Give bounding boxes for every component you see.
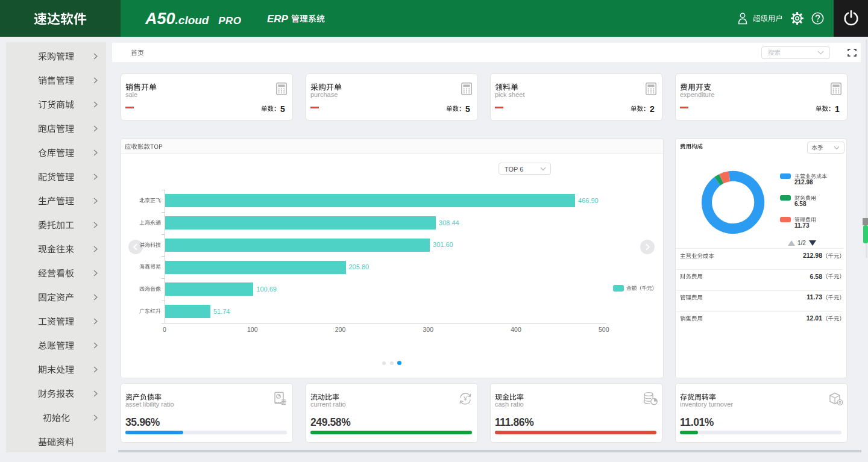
svg-text:¥: ¥ <box>463 396 467 402</box>
